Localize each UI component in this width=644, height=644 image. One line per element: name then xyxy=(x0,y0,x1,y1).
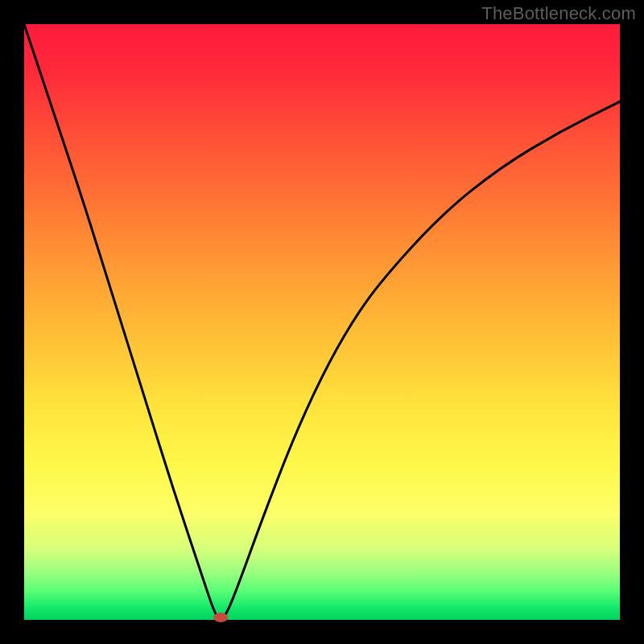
vertex-marker xyxy=(213,613,228,622)
watermark-text: TheBottleneck.com xyxy=(481,3,636,24)
chart-frame: TheBottleneck.com xyxy=(0,0,644,644)
bottleneck-curve xyxy=(24,24,620,618)
curve-layer xyxy=(24,24,620,620)
